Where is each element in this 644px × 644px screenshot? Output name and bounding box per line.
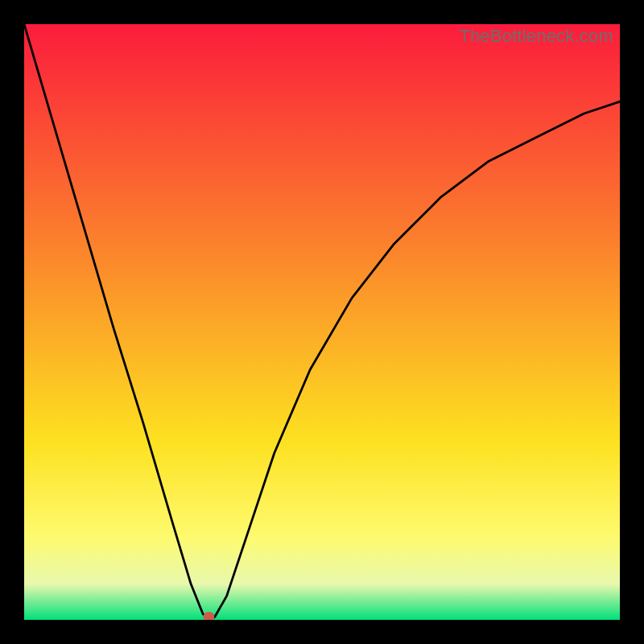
plot-frame: TheBottleneck.com — [24, 24, 620, 620]
chart-svg — [24, 24, 620, 620]
watermark-text: TheBottleneck.com — [459, 26, 613, 47]
gradient-background — [24, 24, 620, 620]
